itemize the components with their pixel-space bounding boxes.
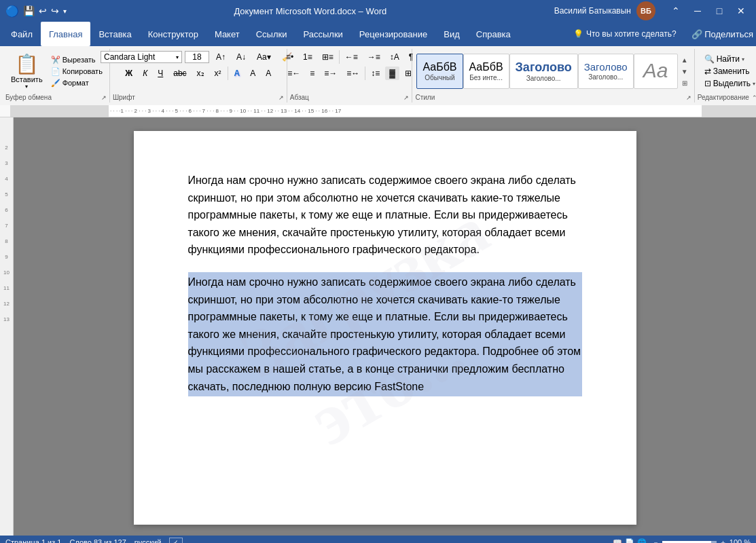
menu-layout[interactable]: Макет <box>206 22 248 46</box>
style-normal-label: Обычный <box>425 74 454 81</box>
subscript-button[interactable]: x₂ <box>193 67 209 80</box>
grow-font-button[interactable]: A↑ <box>212 50 230 64</box>
copy-label: Копировать <box>62 67 103 75</box>
read-view-button[interactable]: 📖 <box>613 538 622 544</box>
ruler-num-12: 12 <box>3 301 10 307</box>
redo-button[interactable]: ↪ <box>51 5 59 16</box>
line-spacing-button[interactable]: ↕≡ <box>367 67 384 80</box>
document-page: Загрузка это... Иногда нам срочно нужно … <box>134 131 636 525</box>
change-case-button[interactable]: Aa▾ <box>253 50 275 64</box>
styles-label-text: Стили <box>415 94 435 101</box>
styles-scroll-down[interactable]: ▼ <box>679 66 690 77</box>
font-size-selector[interactable]: 18 <box>185 51 209 63</box>
editing-collapse-icon[interactable]: ⌃ <box>752 94 756 101</box>
style-bigcap[interactable]: Аа <box>634 54 678 89</box>
styles-expand-icon[interactable]: ↗ <box>686 94 691 101</box>
select-button[interactable]: ⊡ Выделить ▾ <box>702 78 756 89</box>
print-view-button[interactable]: 📄 <box>625 538 634 544</box>
italic-button[interactable]: К <box>139 67 151 80</box>
share-button[interactable]: 🔗 Поделиться <box>691 29 753 39</box>
paragraph-1-text: Иногда нам срочно нужно записать содержи… <box>188 174 576 255</box>
style-h1[interactable]: Заголово Заголово... <box>509 54 578 89</box>
multilevel-button[interactable]: ⊞≡ <box>318 50 338 64</box>
menu-help[interactable]: Справка <box>468 22 519 46</box>
style-nospace[interactable]: АаБбВ Без инте... <box>463 54 509 89</box>
cut-button[interactable]: ✂️ Вырезать <box>48 55 105 65</box>
sort-button[interactable]: ↕A <box>386 50 403 64</box>
decrease-indent-button[interactable]: ←≡ <box>341 50 362 64</box>
cut-label: Вырезать <box>62 56 96 64</box>
font-group: Candara Light ▾ 18 A↑ A↓ Aa▾ 🧹 Ж К Ч abc <box>110 49 287 102</box>
zoom-out-button[interactable]: － <box>652 538 660 544</box>
document-scroll-area[interactable]: Загрузка это... Иногда нам срочно нужно … <box>14 117 756 536</box>
web-view-button[interactable]: 🌐 <box>637 538 647 544</box>
menu-insert[interactable]: Вставка <box>90 22 139 46</box>
strikethrough-button[interactable]: abc <box>169 67 190 80</box>
clipboard-group-content: 📋 Вставить ▾ ✂️ Вырезать 📄 Копировать 🖌️ <box>5 49 107 94</box>
menu-review[interactable]: Рецензирование <box>351 22 435 46</box>
increase-indent-button[interactable]: →≡ <box>363 50 384 64</box>
superscript-button[interactable]: x² <box>211 67 226 80</box>
format-label: Формат <box>62 79 89 87</box>
numbering-button[interactable]: 1≡ <box>299 50 317 64</box>
styles-more[interactable]: ⊞ <box>679 77 690 88</box>
spell-icon: ✓ <box>173 539 179 543</box>
align-left-button[interactable]: ≡← <box>283 67 304 80</box>
menu-home[interactable]: Главная <box>41 22 90 46</box>
highlight-color-button[interactable]: A <box>246 67 259 80</box>
paragraph-label-text: Абзац <box>290 94 309 101</box>
align-right-button[interactable]: ≡→ <box>320 67 341 80</box>
ruler-num-7: 7 <box>5 223 7 229</box>
copy-button[interactable]: 📄 Копировать <box>48 67 105 77</box>
menu-references[interactable]: Ссылки <box>248 22 295 46</box>
underline-button[interactable]: Ч <box>154 67 167 80</box>
clipboard-group-label: Буфер обмена ↗ <box>5 94 107 102</box>
paragraph-2-text: Иногда нам срочно нужно записать содержи… <box>188 276 581 392</box>
word-icon: 🔵 <box>5 5 19 18</box>
align-center-button[interactable]: ≡ <box>306 67 319 80</box>
text-effect-button[interactable]: A <box>230 67 245 80</box>
font-expand-icon[interactable]: ↗ <box>278 94 284 101</box>
shading-button[interactable]: ▓ <box>385 67 399 80</box>
font-color-button[interactable]: A <box>262 67 275 80</box>
language-indicator[interactable]: русский <box>134 538 161 543</box>
ruler-num-11: 11 <box>3 285 10 291</box>
paste-dropdown[interactable]: ▾ <box>25 83 28 90</box>
paragraph-1: Иногда нам срочно нужно записать содержи… <box>188 172 582 259</box>
save-button[interactable]: 💾 <box>23 5 35 16</box>
format-painter-button[interactable]: 🖌️ Формат <box>48 78 105 88</box>
replace-button[interactable]: ⇄ Заменить <box>702 66 756 77</box>
styles-scroll-up[interactable]: ▲ <box>679 54 690 65</box>
menu-mailings[interactable]: Рассылки <box>295 22 350 46</box>
font-name-selector[interactable]: Candara Light ▾ <box>101 51 182 63</box>
styles-gallery: АаБбВ Обычный АаБбВ Без инте... Заголово… <box>416 50 677 92</box>
horizontal-ruler: · · · ·1 · · · 2 · · · 3 · · · 4 · · · 5… <box>0 105 756 117</box>
spelling-check-icon[interactable]: ✓ <box>169 538 183 543</box>
shrink-font-button[interactable]: A↓ <box>232 50 250 64</box>
minimize-button[interactable]: ─ <box>688 1 707 20</box>
bold-button[interactable]: Ж <box>121 67 137 80</box>
style-nospace-label: Без инте... <box>469 74 503 81</box>
ribbon-toggle-button[interactable]: ⌃ <box>666 1 685 20</box>
undo-button[interactable]: ↩ <box>39 5 47 16</box>
menu-file[interactable]: Файл <box>3 22 41 46</box>
close-button[interactable]: ✕ <box>732 1 751 20</box>
main-area: 2 3 4 5 6 7 8 9 10 11 12 13 Загрузка это… <box>0 117 756 536</box>
zoom-in-button[interactable]: ＋ <box>719 538 727 544</box>
user-avatar[interactable]: ВБ <box>636 1 655 20</box>
style-h2[interactable]: Заголово Заголово... <box>578 54 634 89</box>
search-what-to-do[interactable]: 💡 Что вы хотите сделать? <box>566 26 683 41</box>
menu-design[interactable]: Конструктор <box>140 22 206 46</box>
ruler-num-4: 4 <box>5 176 7 182</box>
menu-view[interactable]: Вид <box>435 22 468 46</box>
style-normal[interactable]: АаБбВ Обычный <box>416 54 463 89</box>
clipboard-expand-icon[interactable]: ↗ <box>101 94 107 101</box>
paragraph-expand-icon[interactable]: ↗ <box>403 94 409 101</box>
paste-button[interactable]: 📋 Вставить ▾ <box>7 50 47 92</box>
justify-button[interactable]: ≡↔ <box>342 67 363 80</box>
quick-access-toolbar: 💾 ↩ ↪ ▾ <box>23 5 67 16</box>
maximize-button[interactable]: □ <box>710 1 729 20</box>
bullets-button[interactable]: ≡• <box>282 50 298 64</box>
find-button[interactable]: 🔍 Найти ▾ <box>702 54 756 64</box>
font-group-content: Candara Light ▾ 18 A↑ A↓ Aa▾ 🧹 Ж К Ч abc <box>113 49 284 94</box>
